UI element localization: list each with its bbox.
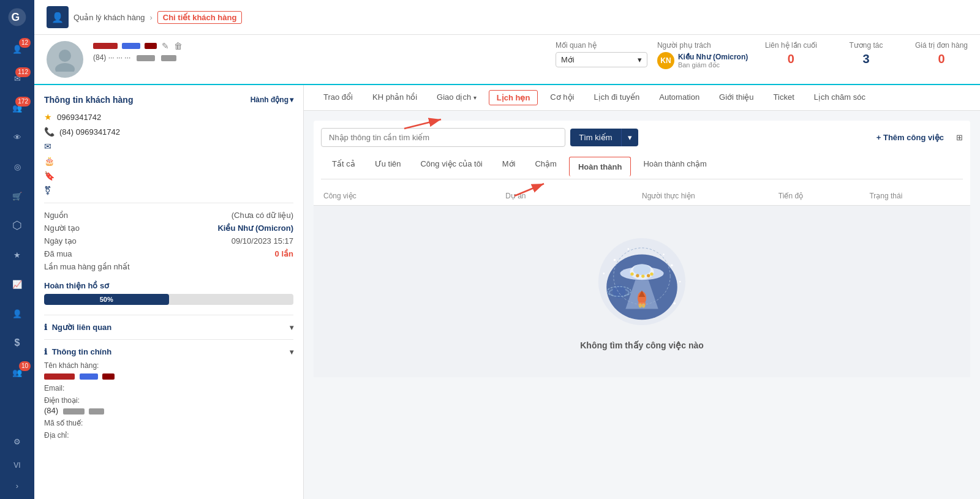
col-nguoi-thuc-hien: Người thực hiện (642, 192, 778, 200)
sidebar-item-dollar[interactable]: $ (0, 328, 34, 358)
svg-point-27 (642, 304, 645, 308)
name-seg-3 (145, 43, 157, 49)
starred-phone-row: ★ 0969341742 (44, 112, 293, 122)
action-dropdown-icon: ▾ (290, 96, 293, 104)
phone-row: 📞 (84) 0969341742 (44, 127, 293, 137)
sidebar-item-contacts[interactable]: 👥 172 (0, 93, 34, 122)
source-label: Nguồn (44, 211, 68, 220)
filter-tab-uu-tien[interactable]: Ưu tiên (366, 154, 410, 179)
relationship-block: Mối quan hệ Mới ▾ (556, 41, 647, 67)
sidebar-item-person-add[interactable]: 👤 (0, 299, 34, 328)
sidebar-item-team[interactable]: 👥 10 (0, 358, 34, 387)
relationship-select[interactable]: Mới ▾ (556, 52, 647, 67)
tab-automation[interactable]: Automation (649, 85, 709, 110)
filter-tab-cham[interactable]: Chậm (526, 154, 565, 179)
grid-view-icon[interactable]: ⊞ (956, 133, 963, 142)
sidebar-item-eye[interactable]: 👁 (0, 122, 34, 152)
expand-icon: › (16, 481, 18, 490)
sidebar-logo[interactable]: G (0, 0, 34, 34)
sidebar-item-target[interactable]: ◎ (0, 152, 34, 181)
stat-order-value-val: 0 (915, 52, 968, 66)
progress-title: Hoàn thiện hồ sơ (44, 281, 293, 290)
user-icon: 👤 (51, 12, 64, 23)
sidebar-item-chart[interactable]: 📈 (0, 269, 34, 299)
phone-number: (84) 0969341742 (59, 127, 120, 137)
sidebar-item-network[interactable]: ⬡ (0, 211, 34, 240)
right-panel: Trao đổi KH phản hồi Giao dịch ▾ Lịch hẹ… (304, 85, 980, 499)
sidebar-expand-button[interactable]: › (0, 475, 34, 497)
filter-tab-hoan-thanh[interactable]: Hoàn thành (569, 157, 631, 176)
sidebar-item-users[interactable]: 👤 12 (0, 34, 34, 64)
gender-icon: ⚧ (44, 186, 51, 195)
settings-icon: ⚙ (13, 437, 21, 446)
delete-icon[interactable]: 🗑 (174, 41, 183, 51)
person-avatar: KN (657, 52, 674, 69)
related-title: Người liên quan (52, 323, 112, 332)
created-date-label: Ngày tạo (44, 236, 77, 246)
empty-state: Không tìm thấy công việc nào (314, 206, 970, 377)
stat-interactions-label: Tương tác (842, 41, 891, 50)
bought-row: Đã mua 0 lần (44, 249, 293, 258)
related-header[interactable]: ℹ Người liên quan ▾ (44, 323, 293, 332)
person-title: Ban giám đốc (678, 61, 748, 69)
sidebar-item-cart[interactable]: 🛒 (0, 181, 34, 211)
filter-tab-moi[interactable]: Mới (494, 154, 524, 179)
svg-point-26 (639, 304, 642, 308)
tab-giao-dich[interactable]: Giao dịch ▾ (427, 85, 486, 110)
address-label: Địa chỉ: (44, 431, 293, 440)
col-tien-do: Tiến độ (778, 192, 870, 200)
progress-bar-bg: 50% (44, 294, 293, 305)
filter-tab-tat-ca[interactable]: Tất cả (323, 154, 364, 179)
main-info-section: ℹ Thông tin chính ▾ Tên khách hàng: Emai… (44, 339, 293, 440)
tab-gioi-thieu[interactable]: Giới thiệu (709, 85, 763, 110)
starred-phone: 0969341742 (57, 113, 101, 122)
progress-bar-fill: 50% (44, 294, 169, 305)
tab-lich-di-tuyen[interactable]: Lịch đi tuyến (584, 85, 649, 110)
topbar: 👤 Quản lý khách hàng › Chi tiết khách hà… (34, 0, 980, 35)
sidebar-item-mail[interactable]: ✉ 112 (0, 64, 34, 93)
search-button[interactable]: Tìm kiếm (570, 129, 620, 146)
tab-co-hoi[interactable]: Cơ hội (540, 85, 584, 110)
person-initials: KN (660, 56, 671, 65)
phone-value-form: (84) (44, 406, 293, 415)
sidebar-bottom: ⚙ VI › (0, 427, 34, 499)
tab-kh-phan-hoi[interactable]: KH phản hồi (363, 85, 427, 110)
sidebar-item-settings[interactable]: ⚙ (0, 427, 34, 456)
action-button[interactable]: Hành động ▾ (251, 96, 293, 104)
sidebar-item-star[interactable]: ★ (0, 240, 34, 269)
edit-icon[interactable]: ✎ (162, 41, 169, 51)
customer-name-area: ✎ 🗑 (84) ··· ··· ··· (93, 41, 546, 62)
filter-tab-cong-viec-cua-toi[interactable]: Công việc của tôi (412, 154, 491, 179)
id-seg-2 (161, 55, 176, 61)
related-chevron: ▾ (290, 323, 293, 332)
search-input[interactable] (321, 128, 565, 147)
tab-ticket[interactable]: Ticket (764, 85, 804, 110)
filter-tab-hoan-thanh-cham[interactable]: Hoàn thành chậm (635, 154, 715, 179)
svg-point-2 (59, 50, 71, 62)
tab-lich-cham-soc[interactable]: Lịch chăm sóc (804, 85, 875, 110)
add-task-button[interactable]: + Thêm công việc (876, 133, 944, 142)
tab-trao-doi[interactable]: Trao đổi (314, 85, 363, 110)
person-add-icon: 👤 (12, 309, 22, 318)
main-info-header[interactable]: ℹ Thông tin chính ▾ (44, 347, 293, 356)
svg-text:G: G (11, 11, 20, 23)
email-label: Email: (44, 384, 293, 392)
left-panel: Thông tin khách hàng Hành động ▾ ★ 09693… (34, 85, 304, 499)
cname-seg3 (102, 373, 115, 380)
avatar (47, 41, 83, 78)
sidebar-language[interactable]: VI (13, 456, 20, 475)
badge-mail: 112 (15, 67, 31, 77)
tab-lich-hen[interactable]: Lịch hẹn (489, 90, 538, 105)
search-dropdown-button[interactable]: ▾ (621, 129, 638, 146)
customer-mgmt-icon-btn[interactable]: 👤 (47, 6, 69, 28)
svg-point-9 (671, 265, 673, 267)
task-area: Tìm kiếm ▾ + Thêm công việc ⊞ Tất cả Ưu … (304, 111, 980, 387)
stat-last-contact-label: Liên hệ lần cuối (765, 41, 817, 50)
creator-row: Người tạo Kiều Như (Omicron) (44, 223, 293, 233)
customer-name-row: ✎ 🗑 (93, 41, 546, 51)
person-name: Kiều Như (Omicron) (678, 53, 748, 61)
relationship-arrow: ▾ (638, 55, 642, 64)
chart-icon: 📈 (12, 280, 22, 289)
svg-point-12 (679, 281, 681, 283)
stat-interactions: Tương tác 3 (842, 41, 891, 66)
